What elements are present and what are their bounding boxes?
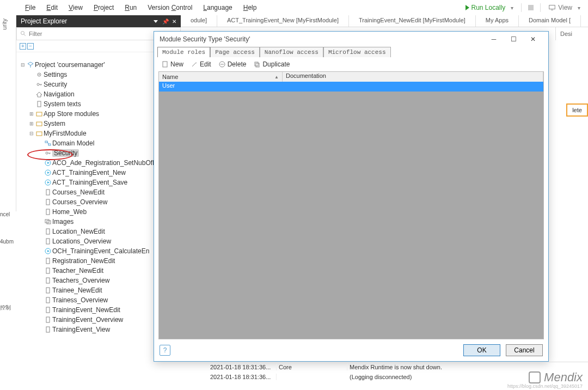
tab-microflow-access[interactable]: Microflow access bbox=[323, 47, 391, 57]
svg-point-8 bbox=[37, 83, 39, 86]
cell-name: User bbox=[159, 82, 283, 92]
key-icon bbox=[35, 81, 44, 88]
col-documentation[interactable]: Documentation bbox=[283, 72, 543, 82]
menu-project[interactable]: Project bbox=[88, 2, 119, 14]
edit-icon bbox=[191, 61, 198, 68]
maximize-button[interactable]: ☐ bbox=[504, 33, 523, 46]
svg-rect-13 bbox=[36, 112, 42, 116]
expand-icon[interactable]: ⊞ bbox=[28, 121, 35, 126]
menu-file[interactable]: File bbox=[20, 2, 41, 14]
domain-icon bbox=[44, 140, 52, 147]
svg-rect-33 bbox=[46, 229, 50, 234]
edit-button[interactable]: Edit bbox=[188, 59, 215, 69]
play-icon bbox=[44, 169, 52, 176]
svg-marker-4 bbox=[28, 62, 33, 65]
help-button[interactable]: ? bbox=[160, 345, 170, 356]
pin-icon[interactable]: 📌 bbox=[162, 19, 169, 25]
cube-icon bbox=[26, 62, 35, 68]
tree-label: Courses_NewEdit bbox=[52, 188, 105, 196]
tree-label: ACO_Ade_Registration_SetNubOfRegi bbox=[52, 159, 166, 167]
new-button[interactable]: New bbox=[158, 59, 187, 69]
panel-menu-icon[interactable] bbox=[154, 20, 158, 23]
page-icon bbox=[44, 277, 52, 284]
delete-button-fragment[interactable]: lete bbox=[566, 103, 588, 117]
close-icon[interactable]: ✕ bbox=[172, 19, 176, 25]
svg-rect-39 bbox=[46, 278, 50, 283]
cancel-button[interactable]: Cancel bbox=[506, 344, 543, 356]
tree-label: Security bbox=[52, 149, 79, 157]
tree-label: Images bbox=[52, 218, 74, 226]
stop-button[interactable] bbox=[528, 5, 534, 10]
ok-button[interactable]: OK bbox=[463, 344, 500, 356]
tree-label: ACT_TrainingEvent_New bbox=[52, 169, 126, 176]
run-locally-button[interactable]: Run Locally ▾ bbox=[461, 3, 518, 13]
play-icon bbox=[465, 5, 469, 10]
folder-icon bbox=[35, 130, 44, 137]
page-icon bbox=[44, 238, 52, 245]
tree-label: Domain Model bbox=[52, 139, 94, 147]
svg-rect-14 bbox=[36, 122, 42, 126]
frag-submit: 4ubm bbox=[0, 239, 16, 245]
svg-marker-11 bbox=[36, 92, 42, 97]
tab-2[interactable]: TrainingEvent_NewEdit [MyFirstModule] bbox=[349, 15, 476, 27]
svg-rect-30 bbox=[46, 209, 50, 215]
images-icon bbox=[44, 218, 52, 225]
col-name[interactable]: Name▲ bbox=[159, 72, 283, 82]
expand-icon[interactable]: ⊟ bbox=[20, 62, 26, 68]
vtab-security[interactable]: urity bbox=[0, 15, 9, 33]
page-icon bbox=[44, 267, 52, 274]
svg-rect-50 bbox=[255, 62, 258, 66]
dialog-tabs: Module roles Page access Nanoflow access… bbox=[154, 47, 548, 57]
tree-label: TrainingEvent_View bbox=[52, 326, 110, 333]
table-row[interactable]: User bbox=[159, 82, 543, 92]
tab-module-roles[interactable]: Module roles bbox=[157, 47, 210, 57]
svg-rect-37 bbox=[46, 258, 50, 264]
expand-icon[interactable]: ⊞ bbox=[28, 111, 35, 117]
tab-page-access[interactable]: Page access bbox=[210, 47, 260, 57]
tree-label: OCH_TrainingEvent_CalculateEn bbox=[52, 247, 149, 255]
tab-1[interactable]: ACT_TrainingEvent_New [MyFirstModule] bbox=[217, 15, 349, 27]
view-dropdown[interactable]: View ▾ bbox=[544, 3, 585, 13]
tree-label: Trainee_NewEdit bbox=[52, 287, 102, 294]
console-row: 2021-01-18 18:31:36...(Logging disconnec… bbox=[186, 372, 588, 382]
svg-rect-34 bbox=[46, 239, 50, 244]
tab-4[interactable]: Domain Model [ bbox=[519, 15, 581, 27]
menu-help[interactable]: Help bbox=[238, 2, 262, 14]
dialog-titlebar: Module Security Type 'Security' ─ ☐ ✕ bbox=[154, 32, 548, 47]
menu-run[interactable]: Run bbox=[119, 2, 142, 14]
menu-language[interactable]: Language bbox=[198, 2, 237, 14]
tree-label: Registration_NewEdit bbox=[52, 257, 115, 265]
tree-label: MyFirstModule bbox=[44, 130, 87, 137]
svg-point-2 bbox=[21, 32, 24, 35]
menu-edit[interactable]: Edit bbox=[41, 2, 63, 14]
expand-all-button[interactable]: + bbox=[20, 43, 26, 50]
frag-cancel: ncel bbox=[0, 211, 16, 217]
menu-version-control[interactable]: Version Control bbox=[142, 2, 198, 14]
svg-line-46 bbox=[192, 63, 196, 66]
delete-button[interactable]: Delete bbox=[216, 59, 250, 69]
tree-label: Home_Web bbox=[52, 208, 87, 216]
minimize-button[interactable]: ─ bbox=[484, 33, 504, 46]
sidetab-design[interactable]: Desi bbox=[555, 27, 588, 40]
svg-point-19 bbox=[46, 152, 48, 154]
tree-label: Navigation bbox=[44, 90, 75, 98]
tab-nanoflow-access[interactable]: Nanoflow access bbox=[260, 47, 323, 57]
collapse-all-button[interactable]: − bbox=[27, 43, 34, 50]
duplicate-button[interactable]: Duplicate bbox=[250, 59, 293, 69]
editor-tabs: odule] ACT_TrainingEvent_New [MyFirstMod… bbox=[181, 15, 588, 27]
console-row: 2021-01-18 18:31:36...CoreMendix Runtime… bbox=[186, 362, 588, 372]
close-button[interactable]: ✕ bbox=[523, 33, 543, 46]
menu-view[interactable]: View bbox=[63, 2, 88, 14]
tree-label: TrainingEvent_Overview bbox=[52, 316, 123, 324]
svg-rect-15 bbox=[36, 132, 42, 136]
svg-marker-27 bbox=[47, 181, 50, 184]
svg-rect-43 bbox=[46, 317, 50, 322]
tab-0[interactable]: odule] bbox=[181, 15, 217, 27]
tree-label: Location_NewEdit bbox=[52, 228, 105, 235]
tab-3[interactable]: My Apps bbox=[476, 15, 519, 27]
key-icon bbox=[44, 150, 52, 156]
expand-icon[interactable]: ⊟ bbox=[28, 131, 35, 136]
svg-rect-40 bbox=[46, 288, 50, 293]
svg-line-47 bbox=[196, 63, 197, 63]
cell-doc bbox=[283, 82, 289, 92]
